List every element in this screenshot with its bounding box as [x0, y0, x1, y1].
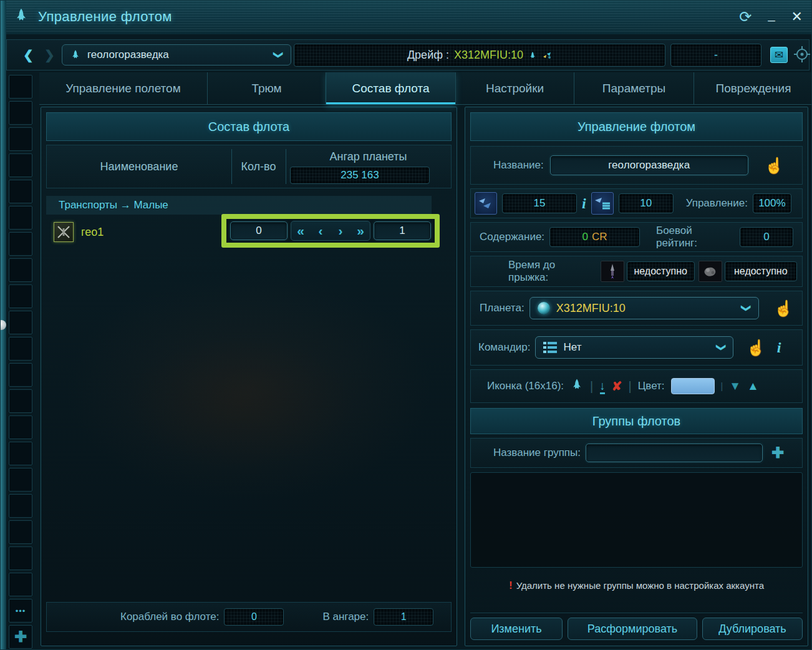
- tab-settings[interactable]: Настройки: [456, 72, 574, 104]
- move-down-icon[interactable]: ▼: [729, 379, 741, 393]
- jump-engine-icon: [698, 261, 722, 282]
- jump-time-row: Время до прыжка: недоступно недоступно: [470, 256, 803, 287]
- fleet-slot[interactable]: [9, 546, 32, 570]
- color-label: Цвет:: [638, 380, 665, 392]
- titlebar: Управление флотом ⟳ _ ✕: [1, 1, 811, 34]
- ship-name: гео1: [81, 226, 104, 239]
- fleet-slot[interactable]: [9, 573, 32, 596]
- more-slots-icon[interactable]: •••: [9, 599, 32, 623]
- goto-planet-hand-icon[interactable]: ☝: [774, 299, 793, 318]
- fleet-slot[interactable]: [9, 101, 32, 125]
- crosshair-icon[interactable]: [793, 45, 811, 65]
- upkeep-row: Содержание: 0 CR Боевой рейтинг: 0: [470, 222, 803, 252]
- move-one-left-icon[interactable]: ‹: [311, 223, 330, 239]
- commander-info-icon[interactable]: i: [777, 339, 781, 356]
- tab-fleet-composition[interactable]: Состав флота: [326, 72, 456, 104]
- move-up-icon[interactable]: ▲: [747, 379, 759, 393]
- in-fleet-count-input[interactable]: [230, 221, 288, 240]
- fleet-slot[interactable]: [9, 284, 32, 308]
- add-fleet-icon[interactable]: ✚: [9, 625, 32, 649]
- planet-dropdown[interactable]: X312MFIU:10 ❯: [529, 297, 759, 319]
- upkeep-label: Содержание:: [480, 231, 544, 243]
- fleet-slot[interactable]: [9, 75, 32, 99]
- fleet-slot[interactable]: [9, 494, 32, 518]
- fleet-slot[interactable]: [9, 180, 32, 203]
- ship-thumbnail-icon: [54, 222, 74, 242]
- edit-button[interactable]: Изменить: [470, 618, 563, 640]
- fleet-slot[interactable]: [9, 389, 32, 413]
- upload-icon[interactable]: ↓: [599, 379, 606, 393]
- tab-damage[interactable]: Повреждения: [694, 72, 812, 104]
- ships-in-fleet-label: Кораблей во флоте:: [120, 611, 219, 623]
- duplicate-button[interactable]: Дублировать: [702, 618, 803, 640]
- fleet-slot-column: ••• ✚: [9, 75, 34, 650]
- commander-dropdown[interactable]: Нет ❯: [535, 336, 733, 359]
- fleet-slots-row: 15 i 10 Управление: 100%: [470, 188, 803, 218]
- forward-arrow-icon[interactable]: ❯: [44, 47, 55, 62]
- group-list[interactable]: [470, 472, 803, 568]
- drift-coordinates: X312MFIU:10: [454, 49, 523, 62]
- fleet-actions: Изменить Расформировать Дублировать: [470, 613, 803, 640]
- back-arrow-icon[interactable]: ❮: [23, 47, 34, 62]
- move-all-left-icon[interactable]: «: [291, 223, 310, 239]
- disband-button[interactable]: Расформировать: [568, 618, 697, 640]
- composition-table-header: Наименование Кол-во Ангар планеты 235 16…: [46, 145, 452, 188]
- add-group-icon[interactable]: ✚: [771, 444, 784, 462]
- chevron-down-icon: ❯: [741, 304, 752, 313]
- secondary-status-field: -: [670, 44, 761, 67]
- warning-icon: !: [509, 580, 513, 591]
- fleet-slot[interactable]: [9, 442, 32, 465]
- composition-footer: Кораблей во флоте: 0 В ангаре: 1: [46, 602, 452, 632]
- in-hangar-count-input[interactable]: [374, 221, 431, 240]
- fleet-slot[interactable]: [9, 127, 32, 151]
- fleet-slot[interactable]: [9, 232, 32, 256]
- close-icon[interactable]: ✕: [791, 10, 803, 24]
- fleet-select-dropdown[interactable]: геологоразведка ❯: [62, 44, 291, 65]
- tab-flight-control[interactable]: Управление полетом: [39, 72, 208, 104]
- fleet-management-window: Управление флотом ⟳ _ ✕ ❮ ❯ геологоразве…: [0, 0, 812, 650]
- drift-ships-icon: [542, 51, 552, 60]
- remove-icon[interactable]: ✘: [612, 379, 622, 394]
- fleet-slot[interactable]: [9, 153, 32, 177]
- apply-name-hand-icon[interactable]: ☝: [765, 157, 784, 175]
- tab-parameters[interactable]: Параметры: [574, 72, 694, 104]
- fleet-slot[interactable]: [9, 206, 32, 230]
- ships-in-fleet-value: 0: [224, 608, 284, 626]
- minimize-icon[interactable]: _: [768, 8, 775, 21]
- chevron-down-icon: ❯: [716, 344, 727, 352]
- fleet-slot[interactable]: [9, 415, 32, 439]
- move-all-right-icon[interactable]: »: [351, 223, 370, 239]
- drift-status-field: Дрейф : X312MFIU:10: [294, 44, 665, 67]
- fleet-slot[interactable]: [9, 311, 32, 334]
- info-icon[interactable]: i: [582, 195, 586, 212]
- fleet-slot[interactable]: [9, 468, 32, 492]
- planet-icon: [538, 302, 550, 314]
- move-one-right-icon[interactable]: ›: [331, 223, 350, 239]
- in-hangar-value: 1: [374, 608, 433, 626]
- window-title: Управление флотом: [38, 9, 172, 25]
- fleet-management-title: Управление флотом: [470, 112, 803, 141]
- assign-commander-hand-icon[interactable]: ☝: [746, 339, 765, 357]
- fleet-composition-title: Состав флота: [46, 112, 452, 141]
- tab-cargo[interactable]: Трюм: [208, 72, 326, 104]
- cargo-slots-icon: [591, 192, 614, 215]
- fleet-slot[interactable]: [9, 337, 32, 361]
- group-name-label: Название группы:: [493, 447, 581, 459]
- refresh-icon[interactable]: ⟳: [739, 9, 752, 24]
- fleet-icon-label: Иконка (16x16):: [487, 380, 564, 392]
- color-swatch[interactable]: [671, 378, 715, 394]
- hangar-total-field: 235 163: [290, 167, 430, 184]
- commander-list-icon: [543, 342, 557, 353]
- mail-icon[interactable]: ✉: [770, 47, 788, 63]
- fleet-slot[interactable]: [9, 258, 32, 282]
- tab-bar: Управление полетом Трюм Состав флота Нас…: [39, 72, 812, 105]
- column-quantity: Кол-во: [231, 145, 286, 188]
- fleet-name-input[interactable]: [550, 155, 748, 175]
- ship-row: гео1 « ‹ › »: [46, 216, 452, 248]
- current-fleet-icon[interactable]: [570, 378, 584, 394]
- jump-drive-icon: [601, 261, 624, 282]
- group-name-input[interactable]: [586, 444, 763, 462]
- ship-category-row[interactable]: Транспорты → Малые: [46, 196, 432, 215]
- fleet-slot[interactable]: [9, 363, 32, 387]
- fleet-slot[interactable]: [9, 520, 32, 544]
